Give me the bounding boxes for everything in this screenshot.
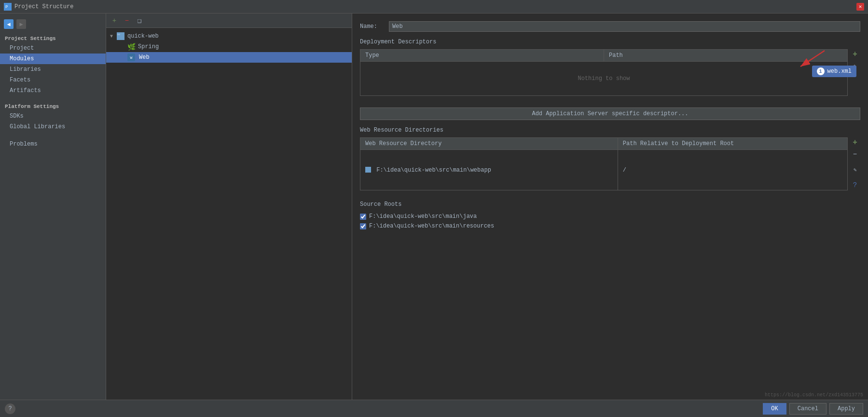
- project-settings-header: Project Settings: [0, 33, 106, 43]
- bottom-bar: ? OK Cancel Apply: [0, 400, 868, 417]
- source-root-row-0: F:\idea\quick-web\src\main\java: [360, 212, 860, 221]
- web-resource-table: Web Resource Directory Path Relative to …: [360, 137, 848, 190]
- tree-item-spring[interactable]: 🌿 Spring: [106, 41, 352, 52]
- path-relative-header: Path Relative to Deployment Root: [618, 138, 847, 150]
- name-input[interactable]: [389, 21, 860, 32]
- web-res-wrapper: Web Resource Directory Path Relative to …: [360, 137, 860, 190]
- remove-web-res-button[interactable]: −: [850, 149, 860, 160]
- close-button[interactable]: ✕: [856, 3, 864, 11]
- back-button[interactable]: ◀: [4, 19, 14, 29]
- tree-toolbar: + − ❑: [106, 13, 352, 28]
- remove-module-button[interactable]: −: [122, 16, 132, 26]
- ok-button[interactable]: OK: [763, 403, 786, 415]
- deployment-table-wrapper: Type Path Nothing to show + ✎: [360, 49, 860, 101]
- content-panel: Name: Deployment Descriptors Type Path N…: [352, 13, 868, 417]
- title-bar-text: Project Structure: [14, 3, 73, 10]
- sidebar-item-modules[interactable]: Modules: [0, 54, 106, 64]
- tree-expand-icon: ▼: [110, 34, 117, 39]
- edit-web-res-button[interactable]: ✎: [850, 164, 860, 175]
- sidebar-item-global-libraries[interactable]: Global Libraries: [0, 121, 106, 132]
- sidebar-item-facets[interactable]: Facets: [0, 75, 106, 85]
- source-root-path-0: F:\idea\quick-web\src\main\java: [369, 213, 477, 220]
- tooltip-label: web.xml: [827, 68, 852, 75]
- watermark: https://blog.csdn.net/zxd143513775: [765, 392, 863, 398]
- web-res-side-buttons: + − ✎ ?: [850, 137, 860, 190]
- deployment-descriptors-title: Deployment Descriptors: [360, 39, 860, 45]
- name-field-row: Name:: [360, 21, 860, 32]
- deployment-table: Type Path Nothing to show: [360, 49, 848, 96]
- main-container: ◀ ▶ Project Settings Project Modules Lib…: [0, 13, 868, 417]
- web-resource-directories-title: Web Resource Directories: [360, 127, 860, 134]
- app-icon: P: [4, 3, 12, 11]
- deployment-table-header: Type Path: [360, 50, 847, 62]
- sidebar: ◀ ▶ Project Settings Project Modules Lib…: [0, 13, 106, 417]
- help-button[interactable]: ?: [5, 404, 15, 414]
- deployment-table-container: Type Path Nothing to show: [360, 49, 848, 101]
- sidebar-item-sdks[interactable]: SDKs: [0, 111, 106, 121]
- apply-button[interactable]: Apply: [829, 403, 863, 415]
- sidebar-item-libraries[interactable]: Libraries: [0, 64, 106, 75]
- spring-icon: 🌿: [127, 43, 135, 51]
- add-module-button[interactable]: +: [109, 16, 120, 26]
- bottom-action-buttons: OK Cancel Apply: [763, 403, 863, 415]
- sidebar-item-artifacts[interactable]: Artifacts: [0, 85, 106, 96]
- svg-text:P: P: [5, 5, 8, 10]
- name-label: Name:: [360, 23, 384, 30]
- web-res-dir-header: Web Resource Directory: [360, 138, 618, 150]
- tree-root-item[interactable]: ▼ quick-web: [106, 31, 352, 41]
- tree-panel: + − ❑ ▼ quick-web 🌿 Spring: [106, 13, 352, 417]
- sidebar-item-project[interactable]: Project: [0, 43, 106, 54]
- svg-rect-2: [117, 35, 124, 39]
- source-roots-section: Source Roots F:\idea\quick-web\src\main\…: [360, 201, 860, 231]
- web-res-path-cell: /: [618, 150, 847, 190]
- web-res-row: F:\idea\quick-web\src\main\webapp /: [360, 150, 848, 190]
- svg-rect-3: [117, 34, 120, 35]
- source-root-row-1: F:\idea\quick-web\src\main\resources: [360, 221, 860, 231]
- sidebar-item-problems[interactable]: Problems: [0, 139, 106, 149]
- webxml-tooltip: 1 web.xml: [812, 66, 856, 77]
- source-roots-title: Source Roots: [360, 201, 860, 208]
- type-col-header: Type: [360, 50, 604, 61]
- add-web-res-button[interactable]: +: [850, 137, 860, 148]
- title-bar: P Project Structure ✕: [0, 0, 868, 13]
- cancel-button[interactable]: Cancel: [789, 403, 827, 415]
- source-root-checkbox-0[interactable]: [360, 214, 366, 220]
- source-root-checkbox-1[interactable]: [360, 223, 366, 229]
- folder-icon: [117, 32, 124, 40]
- deployment-table-body: Nothing to show: [360, 62, 847, 95]
- add-deployment-button[interactable]: +: [850, 49, 860, 60]
- tree-item-web[interactable]: W Web: [106, 52, 352, 63]
- tooltip-number: 1: [817, 67, 825, 75]
- dir-icon: [365, 167, 371, 173]
- web-resource-directories-section: Web Resource Directories Web Resource Di…: [360, 127, 860, 190]
- platform-settings-header: Platform Settings: [0, 101, 106, 111]
- help-web-res-button[interactable]: ?: [850, 180, 860, 190]
- web-icon: W: [127, 54, 135, 61]
- copy-module-button[interactable]: ❑: [134, 16, 145, 26]
- tree-content: ▼ quick-web 🌿 Spring W Web: [106, 28, 352, 417]
- source-root-path-1: F:\idea\quick-web\src\main\resources: [369, 223, 494, 229]
- add-descriptor-button[interactable]: Add Application Server specific descript…: [360, 108, 860, 120]
- forward-button[interactable]: ▶: [16, 19, 26, 29]
- sidebar-nav-top: ◀ ▶: [0, 17, 106, 33]
- web-res-dir-cell: F:\idea\quick-web\src\main\webapp: [360, 150, 618, 190]
